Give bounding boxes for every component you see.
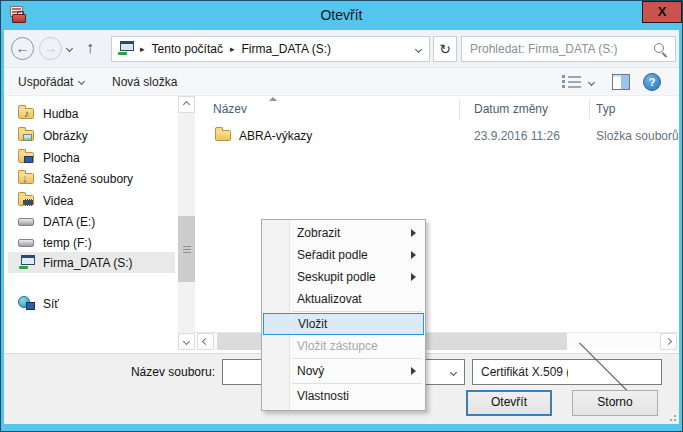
breadcrumb-item-this-pc[interactable]: Tento počítač xyxy=(149,42,226,56)
sidebar-item-desktop[interactable]: Plocha xyxy=(8,147,175,168)
file-row-abra-vykazy[interactable]: ABRA-výkazy 23.9.2016 11:26 Složka soubo… xyxy=(195,125,677,147)
folder-icon xyxy=(215,128,233,143)
computer-icon xyxy=(117,41,136,57)
drive-icon xyxy=(18,214,36,229)
filetype-select[interactable]: Certifikát X.509 (*.cer;*.crt) xyxy=(472,359,662,385)
column-divider[interactable] xyxy=(589,99,590,119)
sort-ascending-icon xyxy=(269,97,277,101)
menu-item-group-by[interactable]: Seskupit podle xyxy=(262,266,425,288)
menu-item-properties[interactable]: Vlastnosti xyxy=(262,385,425,407)
menu-item-paste[interactable]: Vložit xyxy=(263,313,424,335)
downloads-folder-icon xyxy=(18,171,36,186)
menu-item-view[interactable]: Zobrazit xyxy=(262,222,425,244)
pictures-folder-icon xyxy=(18,128,36,143)
sidebar-item-music[interactable]: Hudba xyxy=(8,103,175,124)
new-folder-button[interactable]: Nová složka xyxy=(104,68,185,95)
music-folder-icon xyxy=(18,106,36,121)
sidebar-item-drive-e[interactable]: DATA (E:) xyxy=(8,211,175,232)
menu-separator xyxy=(292,358,422,359)
menu-separator xyxy=(292,383,422,384)
address-dropdown-chevron-icon[interactable] xyxy=(415,45,422,52)
sidebar-item-drive-f[interactable]: temp (F:) xyxy=(8,232,175,253)
file-type: Složka souborů xyxy=(596,125,679,147)
network-icon xyxy=(18,296,36,311)
sidebar-item-drive-s[interactable]: Firma_DATA (S:) xyxy=(8,252,175,273)
column-header-name[interactable]: Název xyxy=(195,96,459,122)
sidebar-item-downloads[interactable]: Stažené soubory xyxy=(8,168,175,189)
menu-item-sort-by[interactable]: Seřadit podle xyxy=(262,244,425,266)
search-box xyxy=(461,36,676,62)
command-toolbar: Uspořádat Nová složka ? xyxy=(4,68,679,96)
vertical-scrollbar-thumb[interactable] xyxy=(178,216,195,282)
sidebar-item-network[interactable]: Síť xyxy=(8,293,175,314)
filename-label: Název souboru: xyxy=(4,365,215,379)
filename-dropdown-chevron-icon[interactable] xyxy=(442,360,464,384)
network-drive-icon xyxy=(18,255,36,270)
forward-button[interactable]: → xyxy=(39,37,62,60)
navigation-bar: ← → ↑ ▸ Tento počítač ▸ Firma_DATA (S:) … xyxy=(4,30,679,68)
close-button[interactable]: X xyxy=(642,1,682,23)
scroll-down-button[interactable] xyxy=(178,333,195,350)
refresh-button[interactable]: ↻ xyxy=(433,36,457,62)
breadcrumb-item-drive[interactable]: Firma_DATA (S:) xyxy=(238,42,334,56)
sidebar-item-pictures[interactable]: Obrázky xyxy=(8,125,175,146)
breadcrumb[interactable]: ▸ Tento počítač ▸ Firma_DATA (S:) xyxy=(111,36,430,62)
dialog-title: Otevřít xyxy=(1,7,682,23)
breadcrumb-separator-icon: ▸ xyxy=(226,44,239,54)
scroll-up-button[interactable] xyxy=(178,96,195,113)
file-modified: 23.9.2016 11:26 xyxy=(474,125,560,147)
submenu-arrow-icon xyxy=(411,367,416,375)
menu-separator xyxy=(292,311,422,312)
drive-icon xyxy=(18,235,36,250)
organize-button[interactable]: Uspořádat xyxy=(10,68,92,95)
sidebar-vertical-scrollbar[interactable] xyxy=(178,96,195,350)
column-header-type[interactable]: Typ xyxy=(589,96,679,122)
open-file-dialog: Otevřít X ← → ↑ ▸ Tento počítač ▸ Firma_… xyxy=(0,0,683,432)
menu-item-new[interactable]: Nový xyxy=(262,360,425,382)
change-view-chevron-icon[interactable] xyxy=(588,79,595,86)
column-divider[interactable] xyxy=(459,99,460,119)
submenu-arrow-icon xyxy=(411,229,416,237)
submenu-arrow-icon xyxy=(411,251,416,259)
back-button[interactable]: ← xyxy=(11,37,34,60)
recent-locations-chevron-icon[interactable] xyxy=(66,45,73,52)
menu-item-paste-shortcut: Vložit zástupce xyxy=(262,335,425,357)
search-icon xyxy=(652,41,669,58)
change-view-button[interactable] xyxy=(562,75,582,89)
scroll-left-button[interactable] xyxy=(197,333,214,350)
submenu-arrow-icon xyxy=(411,273,416,281)
help-button[interactable]: ? xyxy=(643,73,661,91)
titlebar[interactable]: Otevřít X xyxy=(1,1,682,30)
preview-pane-button[interactable] xyxy=(612,74,630,90)
breadcrumb-separator-icon: ▸ xyxy=(136,44,149,54)
videos-folder-icon xyxy=(18,193,36,208)
scroll-right-button[interactable] xyxy=(660,333,677,350)
open-button[interactable]: Otevřít xyxy=(466,390,552,416)
organize-chevron-icon xyxy=(78,78,85,85)
resize-grip[interactable] xyxy=(666,411,676,421)
column-header-modified[interactable]: Datum změny xyxy=(459,96,589,122)
file-name[interactable]: ABRA-výkazy xyxy=(239,125,312,147)
up-button[interactable]: ↑ xyxy=(79,36,101,60)
desktop-folder-icon xyxy=(18,150,36,165)
sidebar-item-videos[interactable]: Videa xyxy=(8,190,175,211)
cancel-button[interactable]: Storno xyxy=(572,390,658,416)
menu-item-refresh[interactable]: Aktualizovat xyxy=(262,288,425,310)
search-input[interactable] xyxy=(462,42,652,56)
context-menu: Zobrazit Seřadit podle Seskupit podle Ak… xyxy=(261,219,426,411)
